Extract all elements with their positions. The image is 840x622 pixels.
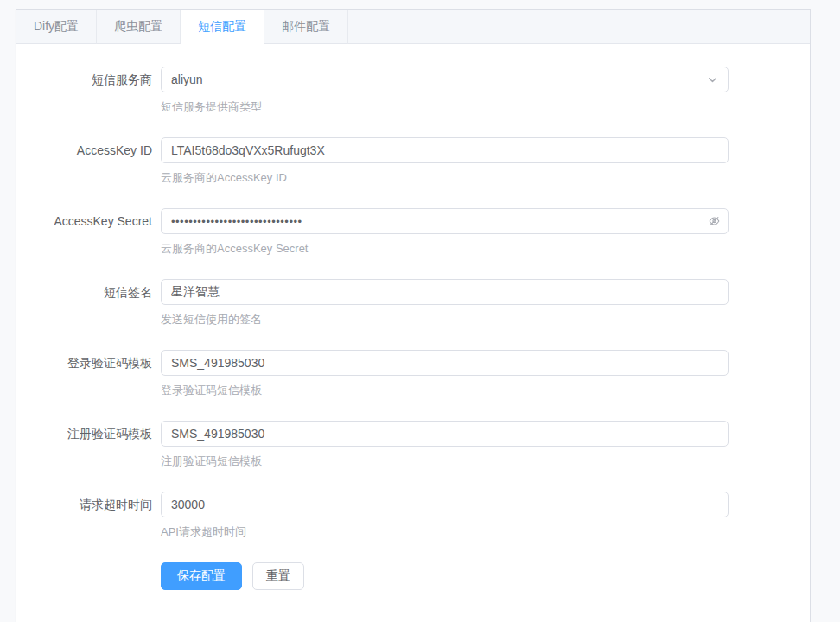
reset-button[interactable]: 重置	[252, 562, 304, 590]
tab-mail-config[interactable]: 邮件配置	[264, 10, 348, 44]
accesskey-id-input[interactable]	[161, 137, 729, 163]
field-label: AccessKey ID	[29, 137, 161, 186]
field-help: 短信服务提供商类型	[161, 99, 729, 115]
form-field-login-template: 登录验证码模板 登录验证码短信模板	[29, 350, 797, 398]
timeout-input[interactable]	[161, 492, 729, 517]
login-template-input[interactable]	[161, 350, 729, 376]
field-label: 登录验证码模板	[29, 350, 161, 398]
field-label: 请求超时时间	[29, 492, 161, 540]
sms-sign-input[interactable]	[161, 279, 729, 305]
sms-config-form: 短信服务商 aliyun 短信服务提供商类型 AccessKey ID 云服务商…	[16, 44, 810, 616]
form-field-timeout: 请求超时时间 API请求超时时间	[29, 492, 797, 540]
config-tabs: Dify配置 爬虫配置 短信配置 邮件配置	[16, 10, 810, 44]
form-field-sms-provider: 短信服务商 aliyun 短信服务提供商类型	[29, 67, 797, 115]
config-card: Dify配置 爬虫配置 短信配置 邮件配置 短信服务商 aliyun 短信服务提…	[16, 9, 811, 622]
field-label: AccessKey Secret	[29, 208, 161, 257]
field-label: 注册验证码模板	[29, 421, 161, 469]
tab-dify-config[interactable]: Dify配置	[16, 10, 97, 44]
form-field-accesskey-secret: AccessKey Secret 云服务商的AccessKey Secret	[29, 208, 797, 257]
chevron-down-icon	[707, 74, 718, 86]
eye-off-icon[interactable]	[708, 215, 721, 228]
accesskey-secret-input[interactable]	[161, 208, 729, 234]
save-config-button[interactable]: 保存配置	[161, 562, 242, 590]
tab-sms-config[interactable]: 短信配置	[181, 10, 264, 44]
field-help: 云服务商的AccessKey ID	[161, 170, 729, 186]
field-help: API请求超时时间	[161, 524, 729, 540]
field-help: 注册验证码短信模板	[161, 454, 729, 469]
field-label: 短信服务商	[29, 67, 161, 115]
form-actions: 保存配置 重置	[161, 562, 797, 616]
form-field-sms-sign: 短信签名 发送短信使用的签名	[29, 279, 797, 327]
field-help: 云服务商的AccessKey Secret	[161, 241, 729, 257]
field-label: 短信签名	[29, 279, 161, 327]
field-help: 发送短信使用的签名	[161, 312, 729, 327]
form-field-accesskey-id: AccessKey ID 云服务商的AccessKey ID	[29, 137, 797, 186]
sms-provider-select[interactable]: aliyun	[161, 67, 729, 92]
field-help: 登录验证码短信模板	[161, 383, 729, 398]
register-template-input[interactable]	[161, 421, 729, 447]
tab-header-filler	[348, 10, 810, 44]
select-value: aliyun	[171, 67, 707, 92]
form-field-register-template: 注册验证码模板 注册验证码短信模板	[29, 421, 797, 469]
tab-crawler-config[interactable]: 爬虫配置	[97, 10, 181, 44]
